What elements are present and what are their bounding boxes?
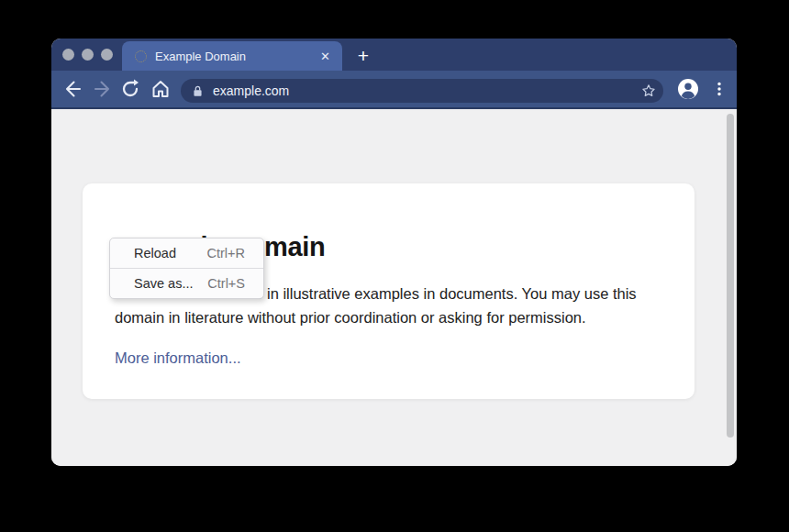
reload-icon <box>119 78 141 100</box>
tab-close-icon[interactable]: ✕ <box>320 50 330 62</box>
new-tab-button[interactable]: + <box>350 44 376 68</box>
lock-icon <box>192 84 204 98</box>
browser-window: Example Domain ✕ + <box>51 39 737 466</box>
window-close-button[interactable] <box>62 49 74 61</box>
profile-icon <box>677 78 699 100</box>
more-information-link[interactable]: More information... <box>115 349 241 366</box>
menu-item-shortcut: Ctrl+R <box>207 246 246 260</box>
tab-title: Example Domain <box>155 50 320 63</box>
profile-button[interactable] <box>677 78 699 100</box>
page-viewport: Example Domain This domain is for use in… <box>51 109 737 466</box>
window-minimize-button[interactable] <box>82 49 94 61</box>
desktop-background: Example Domain ✕ + <box>0 0 789 532</box>
back-icon <box>61 78 83 100</box>
window-zoom-button[interactable] <box>101 49 113 61</box>
address-bar[interactable]: example.com <box>181 79 663 103</box>
back-button[interactable] <box>61 78 83 100</box>
browser-menu-button[interactable] <box>711 81 728 97</box>
forward-icon <box>92 78 114 100</box>
bookmark-star-icon[interactable] <box>640 83 657 99</box>
home-icon <box>150 78 172 100</box>
reload-button[interactable] <box>119 78 141 100</box>
window-titlebar[interactable]: Example Domain ✕ + <box>51 39 737 71</box>
menu-dots-icon <box>711 81 728 97</box>
menu-item-label: Reload <box>134 246 176 260</box>
home-button[interactable] <box>150 78 172 100</box>
menu-item-label: Save as... <box>134 276 193 291</box>
menu-item-shortcut: Ctrl+S <box>207 276 245 291</box>
forward-button[interactable] <box>92 78 114 100</box>
globe-favicon-icon <box>135 50 147 62</box>
url-text[interactable]: example.com <box>213 83 640 98</box>
context-menu-item-reload[interactable]: Reload Ctrl+R <box>110 238 263 268</box>
scrollbar-thumb[interactable] <box>727 114 734 438</box>
context-menu-item-save-as[interactable]: Save as... Ctrl+S <box>110 269 263 298</box>
browser-tab[interactable]: Example Domain ✕ <box>122 41 342 71</box>
context-menu: Reload Ctrl+R Save as... Ctrl+S <box>109 238 264 299</box>
